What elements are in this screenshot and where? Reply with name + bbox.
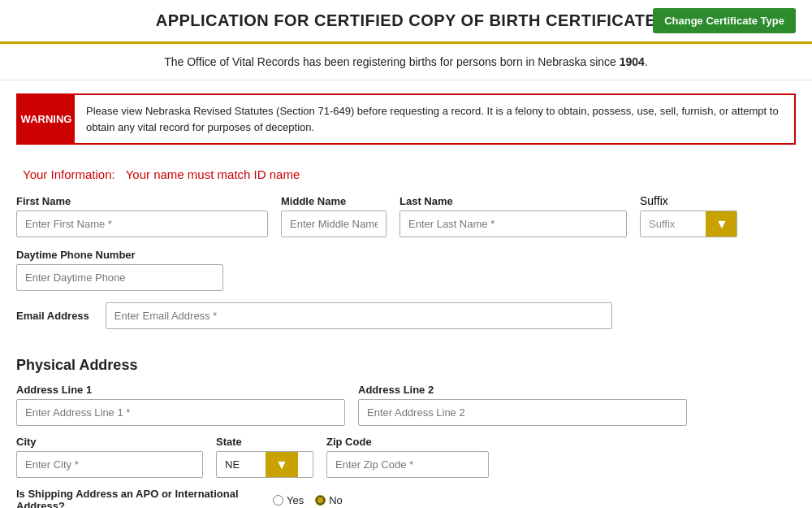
subtitle-text-after: . [645, 55, 648, 68]
apo-radio-group: Yes No [273, 494, 343, 506]
state-label: State [216, 436, 313, 448]
apo-no-label[interactable]: No [315, 494, 343, 506]
warning-box: WARNING Please view Nebraska Revised Sta… [16, 93, 796, 145]
change-certificate-button[interactable]: Change Certificate Type [653, 8, 796, 33]
zip-input[interactable] [326, 451, 489, 478]
year-link[interactable]: 1904 [620, 55, 645, 68]
name-row: First Name Middle Name Last Name Suffix … [16, 194, 796, 237]
apo-yes-radio[interactable] [273, 495, 283, 506]
city-group: City [16, 436, 203, 478]
suffix-group: Suffix Suffix Jr. Sr. II III IV ▼ [640, 194, 737, 237]
email-input[interactable] [106, 302, 612, 329]
state-group: State NE ALAK AZAR CACO CTDE FLGA HIID I… [216, 436, 313, 478]
apo-no-radio[interactable] [315, 495, 326, 506]
phone-row: Daytime Phone Number [16, 249, 796, 291]
state-select[interactable]: NE ALAK AZAR CACO CTDE FLGA HIID ILIN IA… [217, 452, 266, 477]
apo-label: Is Shipping Address an APO or Internatio… [16, 488, 260, 508]
warning-label: WARNING [18, 95, 75, 143]
your-information-section: Your Information: Your name must match I… [0, 158, 812, 349]
first-name-label: First Name [16, 195, 268, 207]
addr2-label: Address Line 2 [358, 384, 687, 396]
email-group: Email Address [16, 302, 612, 329]
email-label: Email Address [16, 310, 89, 322]
addr1-label: Address Line 1 [16, 384, 345, 396]
your-info-heading: Your Information: Your name must match I… [16, 166, 796, 183]
city-state-zip-row: City State NE ALAK AZAR CACO CTDE FLGA H… [16, 436, 796, 478]
physical-address-section: Physical Address Address Line 1 Address … [0, 349, 812, 508]
subtitle-section: The Office of Vital Records has been reg… [0, 44, 812, 80]
phone-input[interactable] [16, 264, 223, 291]
last-name-label: Last Name [400, 195, 627, 207]
physical-address-heading: Physical Address [16, 357, 796, 374]
your-info-heading-text: Your Information: [23, 167, 115, 181]
addr1-group: Address Line 1 [16, 384, 345, 426]
addr1-input[interactable] [16, 399, 345, 426]
page-header: APPLICATION FOR CERTIFIED COPY OF BIRTH … [0, 0, 812, 44]
zip-group: Zip Code [326, 436, 489, 478]
phone-group: Daytime Phone Number [16, 249, 223, 291]
last-name-group: Last Name [400, 195, 627, 237]
state-dropdown-button[interactable]: ▼ [266, 452, 298, 477]
suffix-select[interactable]: Suffix Jr. Sr. II III IV [641, 211, 706, 237]
suffix-label: Suffix [640, 194, 737, 207]
suffix-select-wrapper: Suffix Jr. Sr. II III IV ▼ [640, 211, 737, 237]
apo-row: Is Shipping Address an APO or Internatio… [16, 488, 796, 508]
middle-name-group: Middle Name [281, 195, 387, 237]
apo-yes-text: Yes [287, 494, 304, 506]
subtitle-text-before: The Office of Vital Records has been reg… [164, 55, 620, 68]
addr2-group: Address Line 2 [358, 384, 687, 426]
phone-label: Daytime Phone Number [16, 249, 223, 261]
email-row: Email Address [16, 302, 796, 329]
suffix-dropdown-button[interactable]: ▼ [706, 211, 737, 237]
state-dropdown-arrow-icon: ▼ [275, 458, 288, 472]
page-title: APPLICATION FOR CERTIFIED COPY OF BIRTH … [156, 11, 657, 30]
city-label: City [16, 436, 203, 448]
address-lines-row: Address Line 1 Address Line 2 [16, 384, 796, 426]
zip-label: Zip Code [326, 436, 489, 448]
first-name-group: First Name [16, 195, 268, 237]
city-input[interactable] [16, 451, 203, 478]
warning-text: Please view Nebraska Revised Statutes (S… [75, 95, 794, 143]
addr2-input[interactable] [358, 399, 687, 426]
apo-yes-label[interactable]: Yes [273, 494, 304, 506]
apo-no-text: No [329, 494, 343, 506]
first-name-input[interactable] [16, 211, 268, 237]
id-notice-text: Your name must match ID name [126, 167, 300, 181]
suffix-dropdown-arrow-icon: ▼ [715, 217, 728, 232]
middle-name-input[interactable] [281, 211, 387, 237]
state-select-wrapper: NE ALAK AZAR CACO CTDE FLGA HIID ILIN IA… [216, 451, 313, 478]
middle-name-label: Middle Name [281, 195, 387, 207]
last-name-input[interactable] [400, 211, 627, 237]
